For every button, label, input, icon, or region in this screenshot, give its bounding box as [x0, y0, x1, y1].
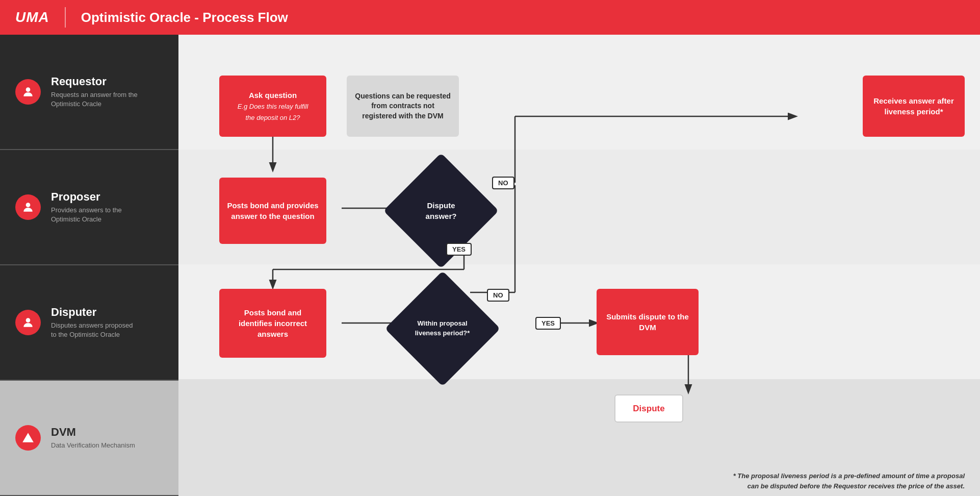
- dvm-icon: [21, 431, 35, 444]
- dispute-final-box: Dispute: [614, 394, 683, 423]
- liveness-diamond-container: Within proposalliveness period?*: [398, 284, 487, 373]
- requestor-avatar: [15, 79, 41, 105]
- disputer-text: Disputer Disputes answers proposedto the…: [51, 306, 133, 339]
- dvm-desc: Data Verification Mechanism: [51, 441, 135, 450]
- disputer-avatar: [15, 310, 41, 335]
- sidebar-item-proposer: Proposer Provides answers to theOptimist…: [0, 150, 178, 265]
- posts-bond-disputer-box: Posts bond and identifies incorrect answ…: [219, 289, 326, 358]
- dispute-diamond-container: Disputeanswer?: [398, 167, 484, 254]
- requestor-desc: Requests an answer from theOptimistic Or…: [51, 90, 138, 109]
- ask-question-box: Ask question E.g Does this relay fulfill…: [219, 76, 326, 137]
- dvm-avatar: [15, 425, 41, 451]
- requestor-name: Requestor: [51, 75, 138, 88]
- svg-point-0: [26, 87, 31, 92]
- header: UMA Optimistic Oracle - Process Flow: [0, 0, 980, 35]
- ask-question-text: Ask question E.g Does this relay fulfill…: [238, 90, 308, 122]
- disputer-icon: [21, 316, 35, 329]
- posts-bond-disputer-text: Posts bond and identifies incorrect answ…: [227, 307, 319, 339]
- logo: UMA: [15, 9, 49, 26]
- proposer-desc: Provides answers to theOptimistic Oracle: [51, 206, 122, 224]
- liveness-no-label: NO: [487, 289, 509, 302]
- posts-bond-proposer-text: Posts bond and provides answer to the qu…: [227, 200, 319, 221]
- sidebar-item-requestor: Requestor Requests an answer from theOpt…: [0, 35, 178, 150]
- sidebar-item-disputer: Disputer Disputes answers proposedto the…: [0, 265, 178, 381]
- submits-dispute-text: Submits dispute to the DVM: [604, 311, 691, 333]
- main-layout: Requestor Requests an answer from theOpt…: [0, 35, 980, 496]
- disputer-desc: Disputes answers proposedto the Optimist…: [51, 321, 133, 339]
- dispute-yes-label: YES: [446, 243, 472, 256]
- proposer-icon: [21, 201, 35, 214]
- dvm-text: DVM Data Verification Mechanism: [51, 426, 135, 450]
- dispute-diamond: [383, 153, 499, 268]
- footnote: * The proposal liveness period is a pre-…: [733, 471, 965, 491]
- proposer-avatar: [15, 194, 41, 220]
- flow-area: Ask question E.g Does this relay fulfill…: [178, 35, 980, 496]
- questions-note-text: Questions can be requested from contract…: [354, 91, 451, 121]
- header-divider: [65, 7, 66, 28]
- disputer-name: Disputer: [51, 306, 133, 319]
- liveness-diamond: [384, 270, 500, 386]
- requestor-text: Requestor Requests an answer from theOpt…: [51, 75, 138, 109]
- proposer-text: Proposer Provides answers to theOptimist…: [51, 190, 122, 224]
- receives-answer-box: Receives answer after liveness period*: [863, 76, 965, 137]
- requestor-icon: [21, 85, 35, 98]
- posts-bond-proposer-box: Posts bond and provides answer to the qu…: [219, 178, 326, 244]
- dvm-name: DVM: [51, 426, 135, 439]
- liveness-yes-label: YES: [535, 317, 561, 330]
- svg-point-2: [26, 318, 31, 323]
- dispute-no-label: NO: [492, 177, 514, 189]
- page-title: Optimistic Oracle - Process Flow: [81, 10, 288, 26]
- proposer-name: Proposer: [51, 190, 122, 204]
- sidebar-item-dvm: DVM Data Verification Mechanism: [0, 381, 178, 496]
- receives-answer-text: Receives answer after liveness period*: [870, 95, 957, 117]
- dispute-final-text: Dispute: [633, 403, 664, 415]
- svg-point-1: [26, 203, 31, 207]
- svg-marker-3: [22, 433, 34, 442]
- submits-dispute-box: Submits dispute to the DVM: [597, 289, 699, 355]
- sidebar: Requestor Requests an answer from theOpt…: [0, 35, 178, 496]
- questions-note-box: Questions can be requested from contract…: [347, 76, 459, 137]
